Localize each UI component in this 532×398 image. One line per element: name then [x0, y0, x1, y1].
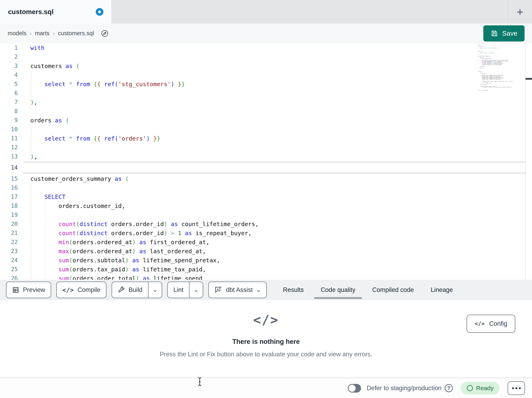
table-icon — [12, 286, 19, 294]
code-line-12[interactable]: 12 — [0, 143, 532, 152]
code-line-17[interactable]: 17 SELECT — [0, 192, 532, 201]
active-line-band — [23, 161, 525, 163]
code-line-1[interactable]: 1with — [0, 43, 532, 52]
build-dropdown-button[interactable]: ⌄ — [148, 282, 162, 298]
code-text: customer_orders_summary as ( — [30, 175, 129, 182]
code-line-2[interactable]: 2 — [0, 52, 532, 61]
code-line-4[interactable]: 4 — [0, 71, 532, 79]
code-slash-icon: </> — [160, 313, 372, 327]
line-number: 18 — [0, 202, 18, 209]
tab-code-quality[interactable]: Code quality — [312, 280, 364, 300]
editor-minimap[interactable]: with customers as ( select * from {{ ref… — [478, 45, 524, 92]
lint-button[interactable]: Lint ⌄ — [167, 282, 203, 298]
empty-state: </> There is nothing here Press the Lint… — [160, 313, 372, 358]
lint-button-label: Lint — [173, 286, 184, 294]
code-line-19[interactable]: 19 — [0, 210, 532, 219]
line-number: 25 — [0, 266, 18, 273]
locate-in-tree-button[interactable] — [98, 27, 111, 40]
indent-guide — [31, 183, 31, 280]
breadcrumb-marts[interactable]: marts — [35, 30, 50, 37]
code-line-21[interactable]: 21 count(distinct orders.order_id) > 1 a… — [0, 228, 532, 238]
unsaved-changes-dot-icon — [96, 8, 103, 16]
code-line-24[interactable]: 24 sum(orders.subtotal) as lifetime_spen… — [0, 256, 532, 265]
tab-compiled-code[interactable]: Compiled code — [364, 280, 422, 300]
code-line-6[interactable]: 6 — [0, 89, 532, 98]
code-line-23[interactable]: 23 max(orders.ordered_at) as last_ordere… — [0, 247, 532, 256]
code-line-20[interactable]: 20 count(distinct orders.order_id) as co… — [0, 219, 532, 228]
code-line-9[interactable]: 9orders as ( — [0, 116, 532, 125]
line-number: 16 — [0, 184, 18, 191]
code-text: orders as ( — [30, 117, 69, 124]
breadcrumb-separator-icon: › — [26, 30, 35, 37]
code-line-14[interactable]: 14 — [0, 161, 532, 174]
question-circle-icon[interactable]: ? — [445, 384, 453, 392]
line-number: 4 — [0, 72, 18, 78]
config-button-label: Config — [489, 320, 507, 327]
result-panel-tabs: ResultsCode qualityCompiled codeLineage — [275, 280, 461, 300]
breadcrumb-bar: models › marts › customers.sql Save — [0, 24, 532, 43]
line-number: 9 — [0, 117, 18, 124]
editor-scrollbar-marker[interactable] — [526, 78, 532, 80]
code-line-5[interactable]: 5 select * from {{ ref('stg_customers') … — [0, 79, 532, 89]
line-number: 8 — [0, 108, 18, 115]
line-number: 23 — [0, 248, 18, 254]
line-number: 12 — [0, 144, 18, 151]
config-button[interactable]: </> Config — [467, 315, 515, 333]
save-button[interactable]: Save — [483, 25, 525, 41]
code-text: min(orders.ordered_at) as first_ordered_… — [30, 239, 209, 246]
code-icon: </> — [62, 287, 74, 294]
line-number: 17 — [0, 194, 18, 200]
save-button-label: Save — [502, 30, 517, 37]
code-line-16[interactable]: 16 — [0, 183, 532, 192]
new-tab-button[interactable]: + — [508, 0, 532, 24]
code-line-13[interactable]: 13), — [0, 152, 532, 161]
minimap-code: with customers as ( select * from {{ ref… — [478, 45, 493, 91]
code-line-10[interactable]: 10 — [0, 125, 532, 134]
build-button-main[interactable]: Build — [112, 282, 148, 298]
line-number: 7 — [0, 99, 18, 105]
code-line-25[interactable]: 25 sum(orders.tax_paid) as lifetime_tax_… — [0, 265, 532, 274]
breadcrumb-customers-sql[interactable]: customers.sql — [58, 30, 94, 37]
code-line-8[interactable]: 8 — [0, 107, 532, 116]
line-number: 6 — [0, 90, 18, 96]
line-number: 26 — [0, 275, 18, 280]
code-line-22[interactable]: 22 min(orders.ordered_at) as first_order… — [0, 238, 532, 247]
code-line-15[interactable]: 15customer_orders_summary as ( — [0, 174, 532, 183]
code-line-18[interactable]: 18 orders.customer_id, — [0, 201, 532, 210]
code-text: orders.customer_id, — [30, 202, 125, 209]
breadcrumb-models[interactable]: models — [8, 30, 26, 37]
preview-button[interactable]: Preview — [6, 282, 51, 298]
lint-button-main[interactable]: Lint — [168, 282, 189, 298]
defer-toggle[interactable] — [348, 384, 361, 392]
code-text: customers as ( — [30, 63, 79, 69]
code-line-11[interactable]: 11 select * from {{ ref('orders') }} — [0, 134, 532, 143]
code-icon: </> — [475, 321, 485, 327]
code-editor[interactable]: 1with23customers as (45 select * from {{… — [0, 43, 532, 280]
build-button[interactable]: Build ⌄ — [112, 282, 162, 298]
more-options-button[interactable] — [508, 381, 525, 395]
file-tab-title: customers.sql — [8, 8, 53, 16]
defer-label: Defer to staging/production — [367, 385, 442, 392]
line-number: 11 — [0, 135, 18, 142]
code-line-7[interactable]: 7), — [0, 98, 532, 107]
code-text: count(distinct orders.order_id) > 1 as i… — [30, 230, 252, 236]
preview-button-label: Preview — [23, 286, 45, 294]
tab-lineage[interactable]: Lineage — [422, 280, 461, 300]
line-number: 15 — [0, 175, 18, 182]
code-text: with — [30, 45, 44, 51]
code-line-3[interactable]: 3customers as ( — [0, 61, 532, 71]
editor-tab-bar: customers.sql + — [0, 0, 532, 24]
compass-icon — [101, 29, 109, 38]
file-tab-customers-sql[interactable]: customers.sql — [0, 0, 112, 24]
lint-dropdown-button[interactable]: ⌄ — [189, 282, 203, 298]
dbt-assist-button[interactable]: dbt Assist ⌄ — [208, 282, 267, 298]
tab-results[interactable]: Results — [275, 280, 312, 300]
ready-status-badge: Ready — [461, 382, 500, 395]
line-number: 14 — [0, 164, 18, 171]
code-text: select * from {{ ref('stg_customers') }} — [30, 81, 185, 88]
compile-button[interactable]: </> Compile — [56, 282, 106, 298]
code-line-26[interactable]: 26 sum(orders.order_total) as lifetime_s… — [0, 274, 532, 280]
ready-status-label: Ready — [476, 385, 494, 391]
code-text: ), — [30, 99, 38, 106]
active-line-band — [23, 172, 525, 174]
